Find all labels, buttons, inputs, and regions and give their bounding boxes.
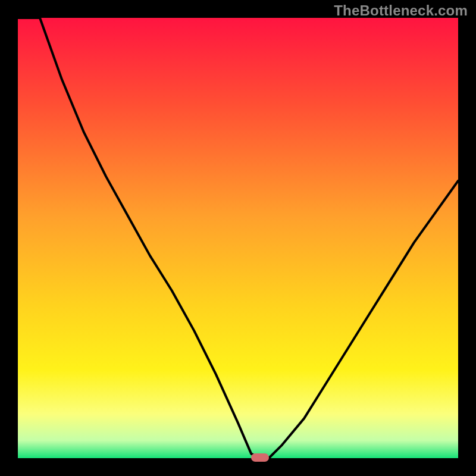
bottleneck-curve-chart <box>0 0 476 476</box>
plot-area <box>18 18 458 458</box>
chart-frame: TheBottleneck.com <box>0 0 476 476</box>
optimum-marker <box>251 453 269 462</box>
watermark-label: TheBottleneck.com <box>334 2 468 19</box>
